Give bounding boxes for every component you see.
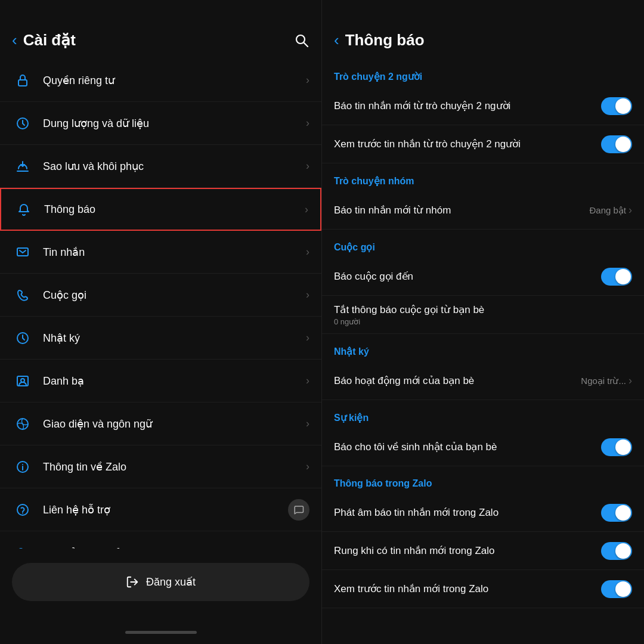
switch-label: Chuyển tài khoản xyxy=(43,546,306,549)
svg-point-13 xyxy=(19,549,23,549)
diary-activity-value: Ngoại trừ... › xyxy=(581,374,632,387)
svg-rect-2 xyxy=(18,80,27,86)
message-icon xyxy=(12,242,33,263)
section-group: Trò chuyện nhóm xyxy=(322,163,644,191)
storage-icon xyxy=(12,113,33,134)
msg-preview-toggle[interactable] xyxy=(601,135,632,153)
setting-mute-calls[interactable]: Tắt thông báo cuộc gọi từ bạn bè 0 người xyxy=(322,296,644,334)
about-label: Thông tin về Zalo xyxy=(43,460,306,473)
menu-item-support[interactable]: Liên hệ hỗ trợ xyxy=(0,488,321,531)
setting-group-msg[interactable]: Báo tin nhắn mới từ nhóm Đang bật › xyxy=(322,191,644,230)
toggle-thumb xyxy=(615,505,631,521)
section-inapp: Thông báo trong Zalo xyxy=(322,466,644,494)
notification-settings-title: Thông báo xyxy=(345,31,425,49)
back-icon[interactable]: ‹ xyxy=(334,31,339,49)
info-icon xyxy=(12,456,33,478)
setting-msg-preview[interactable]: Xem trước tin nhắn từ trò chuyện 2 người xyxy=(322,125,644,163)
mute-calls-label: Tắt thông báo cuộc gọi từ bạn bè xyxy=(334,304,484,315)
birthday-toggle[interactable] xyxy=(601,438,632,456)
toggle-thumb xyxy=(615,581,631,597)
toggle-thumb xyxy=(615,439,631,455)
notification-settings-content: Trò chuyện 2 người Báo tin nhắn mới từ t… xyxy=(322,59,644,644)
preview-inapp-toggle[interactable] xyxy=(601,580,632,598)
interface-label: Giao diện và ngôn ngữ xyxy=(43,417,306,431)
switch-account-icon xyxy=(12,542,33,549)
chevron-icon: › xyxy=(306,374,309,387)
calls-label: Cuộc gọi xyxy=(43,289,306,302)
setting-diary-activity[interactable]: Báo hoạt động mới của bạn bè Ngoại trừ..… xyxy=(322,362,644,400)
storage-label: Dung lượng và dữ liệu xyxy=(43,117,306,130)
diary-activity-label: Báo hoạt động mới của bạn bè xyxy=(334,375,474,386)
group-msg-value-text: Đang bật xyxy=(589,205,626,216)
contacts-label: Danh bạ xyxy=(43,374,306,388)
section-calls: Cuộc gọi xyxy=(322,230,644,258)
menu-item-interface[interactable]: Giao diện và ngôn ngữ › xyxy=(0,402,321,445)
diary-label: Nhật ký xyxy=(43,332,306,345)
menu-item-privacy[interactable]: Quyền riêng tư › xyxy=(0,59,321,102)
menu-item-switch[interactable]: Chuyển tài khoản › xyxy=(0,531,321,549)
left-panel: ‹ Cài đặt Quyền riêng tư › xyxy=(0,0,322,644)
msg-new-toggle[interactable] xyxy=(601,97,632,115)
group-msg-label: Báo tin nhắn mới từ nhóm xyxy=(334,205,451,216)
setting-sound-inapp[interactable]: Phát âm báo tin nhắn mới trong Zalo xyxy=(322,494,644,532)
msg-new-label: Báo tin nhắn mới từ trò chuyện 2 người xyxy=(334,100,510,112)
sound-inapp-toggle[interactable] xyxy=(601,504,632,522)
incoming-call-toggle[interactable] xyxy=(601,268,632,286)
chevron-icon: › xyxy=(306,160,309,172)
logout-icon xyxy=(126,575,139,589)
setting-birthday[interactable]: Báo cho tôi về sinh nhật của bạn bè xyxy=(322,428,644,466)
svg-point-10 xyxy=(22,464,23,465)
preview-inapp-label: Xem trước tin nhắn mới trong Zalo xyxy=(334,583,488,595)
toggle-thumb xyxy=(615,543,631,559)
menu-item-notification[interactable]: Thông báo › xyxy=(0,188,321,231)
privacy-label: Quyền riêng tư xyxy=(43,74,306,87)
toggle-thumb xyxy=(615,269,631,284)
menu-item-messages[interactable]: Tin nhắn › xyxy=(0,231,321,274)
help-icon xyxy=(12,499,33,521)
right-header: ‹ Thông báo xyxy=(322,0,644,59)
menu-item-about[interactable]: Thông tin về Zalo › xyxy=(0,445,321,488)
phone-icon xyxy=(12,284,33,306)
contact-icon xyxy=(12,370,33,392)
chevron-icon: › xyxy=(306,117,309,129)
setting-preview-inapp[interactable]: Xem trước tin nhắn mới trong Zalo xyxy=(322,570,644,608)
chevron-icon: › xyxy=(306,289,309,301)
logout-area: Đăng xuất xyxy=(0,549,321,625)
setting-msg-new[interactable]: Báo tin nhắn mới từ trò chuyện 2 người xyxy=(322,87,644,125)
menu-item-contacts[interactable]: Danh bạ › xyxy=(0,360,321,402)
messages-label: Tin nhắn xyxy=(43,246,306,259)
chevron-icon: › xyxy=(306,460,309,473)
chevron-icon: › xyxy=(306,546,309,549)
back-icon[interactable]: ‹ xyxy=(12,31,17,49)
chevron-icon: › xyxy=(628,374,632,387)
home-indicator xyxy=(125,631,197,634)
section-diary: Nhật ký xyxy=(322,334,644,362)
settings-menu-list: Quyền riêng tư › Dung lượng và dữ liệu › xyxy=(0,59,321,549)
palette-icon xyxy=(12,413,33,435)
logout-button[interactable]: Đăng xuất xyxy=(12,563,309,601)
setting-vibrate-inapp[interactable]: Rung khi có tin nhắn mới trong Zalo xyxy=(322,532,644,570)
menu-item-storage[interactable]: Dung lượng và dữ liệu › xyxy=(0,102,321,145)
incoming-call-label: Báo cuộc gọi đến xyxy=(334,271,413,282)
menu-item-diary[interactable]: Nhật ký › xyxy=(0,317,321,360)
birthday-label: Báo cho tôi về sinh nhật của bạn bè xyxy=(334,441,497,453)
setting-incoming-call[interactable]: Báo cuộc gọi đến xyxy=(322,258,644,296)
toggle-thumb xyxy=(615,98,631,114)
search-icon[interactable] xyxy=(294,33,309,48)
menu-item-calls[interactable]: Cuộc gọi › xyxy=(0,274,321,317)
mute-calls-sub: 0 người xyxy=(334,317,632,326)
support-label: Liên hệ hỗ trợ xyxy=(43,503,288,516)
settings-title: Cài đặt xyxy=(23,31,76,49)
toggle-thumb xyxy=(615,137,631,152)
menu-item-backup[interactable]: Sao lưu và khôi phục › xyxy=(0,145,321,188)
backup-label: Sao lưu và khôi phục xyxy=(43,160,306,173)
chevron-icon: › xyxy=(306,246,309,258)
vibrate-inapp-toggle[interactable] xyxy=(601,542,632,560)
chevron-icon: › xyxy=(306,417,309,430)
svg-point-12 xyxy=(22,512,23,513)
svg-rect-4 xyxy=(17,248,28,256)
chevron-icon: › xyxy=(305,203,308,216)
chevron-icon: › xyxy=(306,332,309,344)
right-panel: ‹ Thông báo Trò chuyện 2 người Báo tin n… xyxy=(322,0,644,644)
left-header: ‹ Cài đặt xyxy=(0,0,321,59)
